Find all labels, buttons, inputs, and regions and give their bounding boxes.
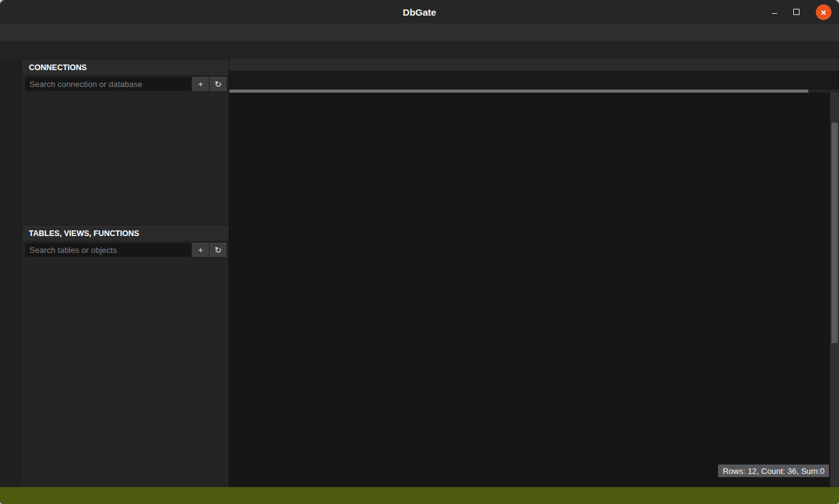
minimize-button[interactable]: – bbox=[772, 8, 777, 17]
database-tab-bar bbox=[229, 59, 839, 71]
connections-panel-title: CONNECTIONS bbox=[23, 59, 229, 76]
main-area: CONNECTIONS + ↻ TABLES, VIEWS, FUNCTIONS… bbox=[0, 59, 839, 487]
sidebar: CONNECTIONS + ↻ TABLES, VIEWS, FUNCTIONS… bbox=[23, 59, 229, 487]
maximize-button[interactable] bbox=[793, 9, 800, 15]
connections-search-input[interactable] bbox=[25, 77, 191, 91]
connections-search-row: + ↻ bbox=[23, 76, 229, 92]
status-bar bbox=[0, 487, 839, 504]
data-grid bbox=[229, 93, 830, 487]
tables-search-input[interactable] bbox=[25, 243, 191, 257]
window-controls: – × bbox=[772, 4, 839, 20]
title-bar: DbGate – × bbox=[0, 0, 839, 24]
refresh-tables-button[interactable]: ↻ bbox=[210, 243, 226, 257]
content-area: Rows: 12, Count: 36, Sum:0 bbox=[229, 59, 839, 487]
left-icon-rail bbox=[0, 59, 23, 487]
toolbar bbox=[0, 41, 839, 59]
tables-tree bbox=[23, 258, 229, 487]
menu-bar bbox=[0, 24, 839, 41]
connections-list bbox=[23, 92, 229, 225]
refresh-connections-button[interactable]: ↻ bbox=[210, 77, 226, 91]
app-window: DbGate – × CONNECTIONS + ↻ TABLES, VIEWS… bbox=[0, 0, 839, 504]
file-tab-bar bbox=[229, 71, 839, 90]
vertical-scrollbar-thumb[interactable] bbox=[831, 123, 838, 343]
tables-panel-title: TABLES, VIEWS, FUNCTIONS bbox=[23, 225, 229, 242]
selection-stats-overlay: Rows: 12, Count: 36, Sum:0 bbox=[718, 465, 829, 477]
add-table-small-button[interactable]: + bbox=[192, 243, 209, 257]
add-connection-small-button[interactable]: + bbox=[192, 77, 209, 91]
tables-search-row: + ↻ bbox=[23, 242, 229, 258]
window-title: DbGate bbox=[0, 7, 839, 18]
close-button[interactable]: × bbox=[816, 4, 831, 20]
vertical-scrollbar[interactable] bbox=[830, 93, 839, 487]
data-grid-wrap: Rows: 12, Count: 36, Sum:0 bbox=[229, 93, 839, 487]
